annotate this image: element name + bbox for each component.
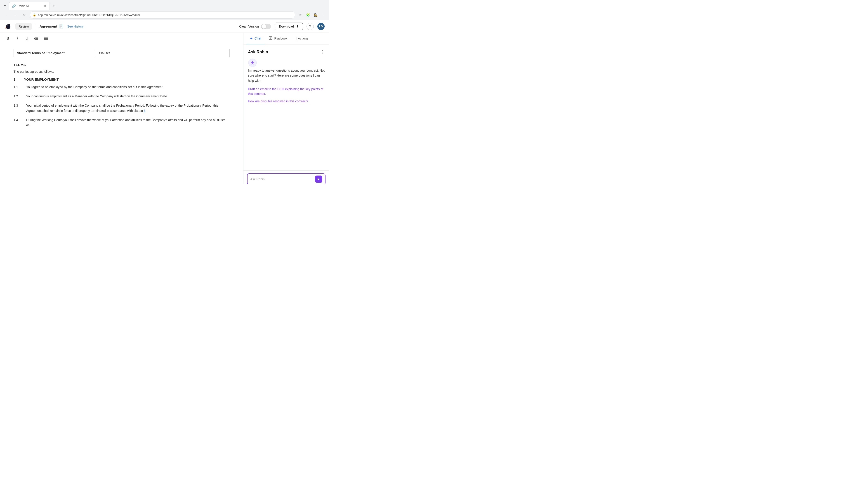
ask-robin-header: Ask Robin ⋮: [248, 49, 324, 55]
suggestion-2[interactable]: How are disputes resolved in this contra…: [248, 99, 324, 104]
ask-robin-input[interactable]: [250, 177, 313, 181]
forward-btn[interactable]: →: [12, 11, 19, 19]
agreement-label: Agreement: [39, 24, 57, 28]
download-icon: ⬇: [296, 25, 299, 28]
clause-1-2-number: 1.2: [13, 94, 23, 99]
bold-button[interactable]: B: [4, 35, 11, 42]
table-row: Standard Terms of Employment Clauses: [14, 49, 230, 57]
right-panel: ✦ Chat Playbook [ ] Actions: [243, 33, 329, 184]
clause-1-3: 1.3 Your initial period of employment wi…: [13, 103, 230, 113]
clean-version-toggle[interactable]: [261, 24, 271, 29]
panel-footer: ►: [243, 170, 329, 184]
app-header: Review Agreement 📄 See History Clean Ver…: [0, 20, 329, 33]
ask-robin-menu-btn[interactable]: ⋮: [320, 49, 324, 55]
omnibox-actions: ☆ 🧩 🕵 ⋮: [297, 12, 327, 18]
tab-bar: ▼ 🔗 Robin AI ✕ +: [0, 0, 329, 10]
parties-intro: The parties agree as follows:: [13, 70, 230, 73]
terms-heading: TERMS: [13, 63, 230, 67]
editor-area: B i U: [0, 33, 243, 184]
clause-1-4-number: 1.4: [13, 118, 23, 128]
agreement-section: Agreement 📄: [39, 24, 64, 29]
bookmark-btn[interactable]: ☆: [297, 12, 303, 18]
robin-icon: [248, 58, 324, 68]
clause-1-1-number: 1.1: [13, 85, 23, 90]
robin-intro: I'm ready to answer questions about your…: [248, 58, 324, 106]
tab-chat[interactable]: ✦ Chat: [246, 33, 265, 44]
svg-point-2: [8, 24, 10, 26]
logo-icon: [4, 23, 12, 30]
active-tab[interactable]: 🔗 Robin AI ✕: [9, 2, 50, 10]
clean-version-section: Clean Version: [239, 24, 271, 29]
clean-version-label: Clean Version: [239, 25, 259, 28]
clause-1-2: 1.2 Your continuous employment as a Mana…: [13, 94, 230, 99]
section-1-number: 1: [13, 77, 20, 81]
table-col2-text: Clauses: [99, 51, 111, 55]
reload-btn[interactable]: ↻: [21, 11, 28, 19]
underline-button[interactable]: U: [24, 35, 30, 42]
toggle-knob: [261, 24, 266, 29]
review-button[interactable]: Review: [16, 23, 32, 30]
clause-1-3-text-after: .: [146, 109, 147, 112]
help-button[interactable]: ?: [307, 23, 314, 30]
tab-close-btn[interactable]: ✕: [43, 4, 47, 8]
suggestion-1[interactable]: Draft an email to the CEO explaining the…: [248, 87, 324, 96]
section-1-title: 1 YOUR EMPLOYMENT: [13, 77, 230, 81]
panel-tabs: ✦ Chat Playbook [ ] Actions: [243, 33, 329, 45]
robin-intro-text-content: I'm ready to answer questions about your…: [248, 69, 324, 83]
chat-tab-icon: ✦: [250, 36, 253, 41]
download-button[interactable]: Download ⬇: [275, 23, 303, 30]
avatar[interactable]: LD: [317, 23, 324, 30]
tab-prev-btn[interactable]: ▼: [2, 3, 8, 9]
clause-1-2-text: Your continuous employment as a Manager …: [26, 94, 230, 99]
table-cell-right: Clauses: [96, 49, 229, 57]
menu-btn[interactable]: ⋮: [320, 12, 327, 18]
send-icon: ►: [317, 177, 320, 181]
actions-tab-label: [ ] Actions: [294, 37, 308, 40]
robin-intro-text: I'm ready to answer questions about your…: [248, 68, 324, 83]
panel-content: Ask Robin ⋮ I'm ready to answer question…: [243, 45, 329, 170]
clause-1-3-link[interactable]: 6: [144, 109, 146, 112]
main-layout: B i U: [0, 33, 329, 184]
url-text: app.robinai.co.uk/review/contract/Q29udH…: [38, 13, 292, 17]
ask-input-wrapper: ►: [247, 173, 326, 184]
clause-1-1: 1.1 You agree to be employed by the Comp…: [13, 85, 230, 90]
ask-robin-title: Ask Robin: [248, 50, 268, 55]
tab-playbook[interactable]: Playbook: [265, 33, 291, 44]
table-cell-left: Standard Terms of Employment: [14, 49, 96, 57]
indent-decrease-button[interactable]: [33, 35, 40, 42]
lock-icon: 🔒: [33, 13, 36, 17]
table-col1-text: Standard Terms of Employment: [17, 51, 65, 55]
tab-title: Robin AI: [18, 4, 29, 8]
tab-icon: 🔗: [12, 4, 16, 8]
italic-button[interactable]: i: [14, 35, 21, 42]
clause-1-3-text-before: Your initial period of employment with t…: [26, 104, 218, 112]
see-history-button[interactable]: See History: [67, 25, 84, 28]
browser-chrome: ▼ 🔗 Robin AI ✕ + ← → ↻ 🔒 app.robinai.co.…: [0, 0, 329, 20]
indent-increase-button[interactable]: [42, 35, 49, 42]
clause-1-1-text: You agree to be employed by the Company …: [26, 85, 230, 90]
clause-1-3-number: 1.3: [13, 103, 23, 113]
clause-1-4: 1.4 During the Working Hours you shall d…: [13, 118, 230, 128]
playbook-tab-label: Playbook: [274, 37, 287, 40]
extensions-btn[interactable]: 🧩: [305, 12, 311, 18]
chat-tab-label: Chat: [254, 37, 261, 40]
download-label: Download: [279, 25, 294, 28]
editor-content: Standard Terms of Employment Clauses TER…: [0, 44, 243, 184]
contract-table: Standard Terms of Employment Clauses: [13, 49, 230, 57]
omnibox-bar: ← → ↻ 🔒 app.robinai.co.uk/review/contrac…: [0, 10, 329, 20]
playbook-tab-icon: [269, 36, 273, 41]
logo: [4, 23, 12, 30]
incognito-btn[interactable]: 🕵: [312, 12, 319, 18]
header-separator: [36, 24, 36, 29]
address-bar[interactable]: 🔒 app.robinai.co.uk/review/contract/Q29u…: [30, 11, 295, 19]
clause-1-4-text: During the Working Hours you shall devot…: [26, 118, 230, 128]
svg-point-3: [7, 25, 7, 26]
document-icon: 📄: [59, 24, 64, 29]
new-tab-btn[interactable]: +: [51, 3, 57, 9]
clause-1-3-text: Your initial period of employment with t…: [26, 103, 230, 113]
tab-actions[interactable]: [ ] Actions: [291, 33, 312, 44]
editor-toolbar: B i U: [0, 33, 243, 44]
back-btn[interactable]: ←: [3, 11, 10, 19]
ask-send-button[interactable]: ►: [315, 175, 322, 183]
section-1-label: YOUR EMPLOYMENT: [24, 77, 59, 81]
